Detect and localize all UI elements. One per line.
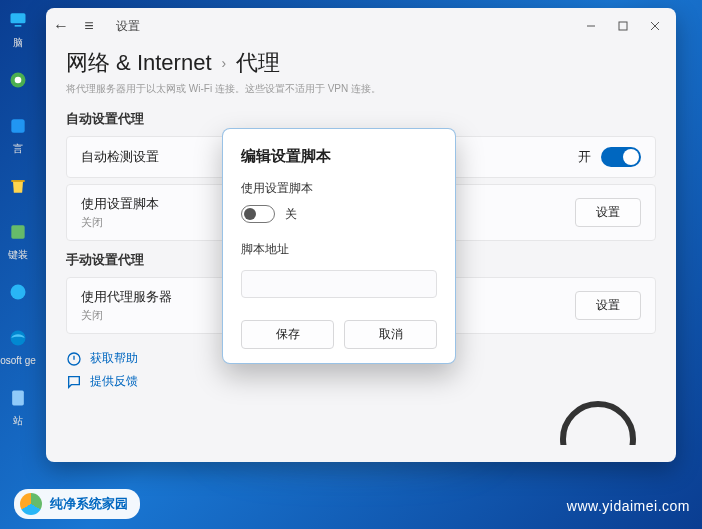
- desktop-icon-label: 键装: [8, 250, 28, 260]
- edit-script-dialog: 编辑设置脚本 使用设置脚本 关 脚本地址 保存 取消: [222, 128, 456, 364]
- use-script-toggle[interactable]: [241, 205, 275, 223]
- breadcrumb-current: 代理: [236, 48, 280, 78]
- maximize-button[interactable]: [616, 19, 630, 33]
- desktop-icon[interactable]: [4, 384, 32, 412]
- minimize-button[interactable]: [584, 19, 598, 33]
- setup-script-button[interactable]: 设置: [575, 198, 641, 227]
- desktop-icon-label: 站: [13, 416, 23, 426]
- window-title: 设置: [116, 18, 140, 35]
- recycle-bin-icon[interactable]: [4, 172, 32, 200]
- feedback-link[interactable]: 提供反馈: [66, 373, 656, 390]
- back-button[interactable]: ←: [54, 19, 68, 33]
- desktop-icon-label: osoft ge: [0, 356, 36, 366]
- watermark-right: www.yidaimei.com: [0, 483, 702, 529]
- svg-rect-4: [11, 119, 24, 132]
- feedback-icon: [66, 374, 82, 390]
- watermark-stamp-icon: [560, 401, 636, 477]
- save-button[interactable]: 保存: [241, 320, 334, 349]
- desktop-icon-label: 言: [13, 144, 23, 154]
- section-auto-label: 自动设置代理: [66, 110, 656, 128]
- setup-proxy-button[interactable]: 设置: [575, 291, 641, 320]
- watermark-right-text: www.yidaimei.com: [567, 498, 690, 514]
- desktop-icon-label: 脑: [13, 38, 23, 48]
- toggle-state-label: 关: [285, 206, 297, 223]
- link-label: 获取帮助: [90, 350, 138, 367]
- svg-point-6: [11, 285, 26, 300]
- link-label: 提供反馈: [90, 373, 138, 390]
- svg-rect-0: [11, 13, 26, 23]
- svg-rect-5: [11, 225, 24, 238]
- menu-button[interactable]: ≡: [82, 19, 96, 33]
- dialog-title: 编辑设置脚本: [241, 147, 437, 166]
- titlebar: ← ≡ 设置: [46, 8, 676, 44]
- script-url-label: 脚本地址: [241, 241, 437, 258]
- toggle-state-label: 开: [578, 148, 591, 166]
- desktop-icon[interactable]: [4, 66, 32, 94]
- close-button[interactable]: [648, 19, 662, 33]
- desktop-icon-strip: 脑 言 键装 osoft ge 站: [0, 0, 36, 529]
- svg-rect-10: [619, 22, 627, 30]
- desktop-icon[interactable]: [4, 278, 32, 306]
- page-subtitle: 将代理服务器用于以太网或 Wi-Fi 连接。这些设置不适用于 VPN 连接。: [66, 82, 656, 96]
- chevron-right-icon: ›: [222, 55, 227, 71]
- edge-icon[interactable]: [4, 324, 32, 352]
- use-script-label: 使用设置脚本: [241, 180, 437, 197]
- desktop-icon[interactable]: [4, 6, 32, 34]
- breadcrumb-root[interactable]: 网络 & Internet: [66, 48, 212, 78]
- breadcrumb: 网络 & Internet › 代理: [66, 48, 656, 78]
- svg-rect-8: [12, 391, 24, 406]
- script-url-input[interactable]: [241, 270, 437, 298]
- desktop-icon[interactable]: [4, 112, 32, 140]
- svg-point-7: [11, 331, 26, 346]
- cancel-button[interactable]: 取消: [344, 320, 437, 349]
- svg-point-3: [15, 77, 22, 84]
- svg-rect-1: [15, 25, 22, 27]
- help-icon: [66, 351, 82, 367]
- desktop-icon[interactable]: [4, 218, 32, 246]
- auto-detect-toggle[interactable]: [601, 147, 641, 167]
